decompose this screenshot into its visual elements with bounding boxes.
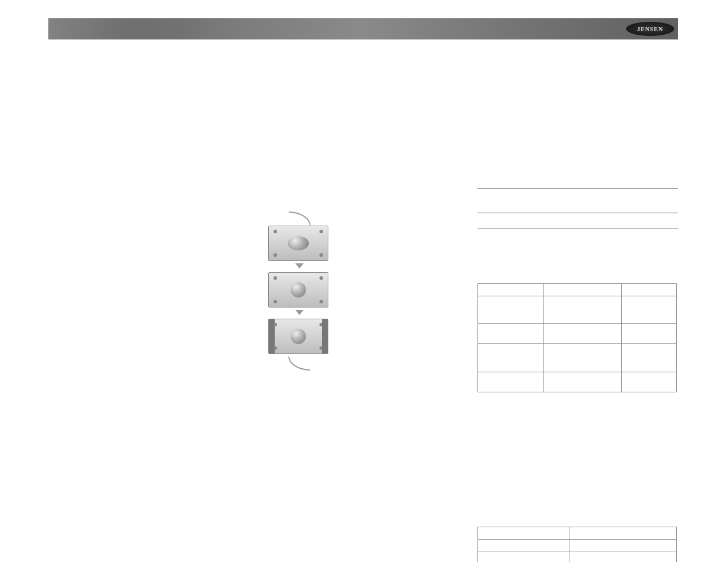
- paragraph-tilt: Una característica conocida de los panel…: [48, 372, 249, 407]
- paragraph-tft-closed: Cuando el monitor TFT está cerrado la un…: [48, 295, 249, 356]
- aspect-mid-screen-icon: [268, 272, 328, 308]
- heading-parameters: Parámetros de Ajuste: [477, 496, 678, 505]
- eject-icon: ⏏: [134, 110, 140, 116]
- list-auto-off: • "Off" (Apagado): El TFT vuelve a la po…: [55, 241, 249, 259]
- table-row: Abrir Automáticamente el TFTOn, Off, Man…: [478, 551, 677, 562]
- paragraph-source-1: Presione el botón SRC (4) en el panel fr…: [262, 510, 463, 537]
- double-chevron-up-icon: ︽: [365, 84, 371, 91]
- heading-aspect: Relación de Aspecto: [262, 180, 463, 189]
- table-header-row: Obstrucción Protección Reanudar: [478, 284, 677, 296]
- heading-tilt: Ángulo de Inclinación del Monitor: [48, 362, 249, 371]
- paragraph-enter-pic: Para entrar al modo de control de imagen…: [477, 82, 678, 108]
- paragraph-close: Presione el botón OPEN ( ) (29) nuevamen…: [48, 139, 249, 166]
- callout-default-value: El valor predeterminado de fábrica para …: [477, 213, 678, 229]
- callout-timeout: Las opciones se visualizan durante seis …: [477, 188, 678, 213]
- paragraph-pos-step2: 2. El monitor se moverá paso a paso, hor…: [262, 108, 463, 125]
- subheading-freeze: Congelamiento Debido a Baja Temperatura: [477, 428, 678, 437]
- paragraph-pos-intro: El monitor se puede mover horizontalment…: [262, 66, 463, 84]
- page-banner: VM9214 JENSEN: [48, 18, 678, 39]
- aspect-normal-screen-icon: [268, 319, 328, 354]
- subheading-choose: Selección de una Opción de Imagen para A…: [477, 114, 678, 123]
- paragraph-auto-open: En la opción "TFT AUTO OPEN (APERTURA AU…: [48, 181, 249, 216]
- paragraph-choose: Presione los botones o (28) para selecci…: [477, 124, 678, 141]
- aspect-full-screen-icon: [268, 226, 328, 261]
- brand-logo-text: JENSEN: [637, 26, 663, 32]
- heading-picture-settings: Configuración de Imagen: [477, 72, 678, 81]
- table-header-row: Parámetros Ajustables Rango Ajustable: [478, 527, 677, 540]
- heading-auto-open: Abrir Automáticamente el TFT: [48, 171, 249, 180]
- list-auto-on: • "On" (Encendido): El TFT se abre autom…: [55, 220, 249, 238]
- page: VM9214 JENSEN UTILIZACIÓN DEL MONITOR TF…: [0, 0, 728, 562]
- subheading-tilt-cont: Ajuste Continuo de la Inclinación: [48, 454, 249, 462]
- subheading-open: Abrir el Monitor TFT: [48, 87, 249, 95]
- heading-mechanism: Mecanismo de Movimiento del Monitor: [477, 235, 678, 244]
- arrow-down-icon: [295, 263, 304, 269]
- mechanism-table: Obstrucción Protección Reanudar Monitor …: [477, 283, 677, 392]
- double-chevron-down-icon: ︾: [127, 435, 133, 442]
- brand-logo-badge: JENSEN: [626, 22, 674, 36]
- table-row: Monitor descargándose horizontalmenteEl …: [478, 296, 677, 324]
- paragraph-mechanism-resume: Luego de aplicar la medida de protección…: [477, 396, 678, 422]
- aspect-normal-heading: NORMAL: [339, 261, 460, 270]
- paragraph-mechanism: Si una obstrucción se interpone en el tr…: [477, 245, 678, 280]
- banner-highlight: [48, 18, 178, 39]
- subheading-close: Cerrar el Monitor TFT: [48, 129, 249, 138]
- note-horizontal-position: NOTA: Si el monitor está en una posición…: [279, 131, 463, 174]
- aspect-illustration: Presione nuevamente ⏏: [268, 211, 331, 376]
- column-3: Configuración de Imagen Para entrar al m…: [477, 66, 678, 562]
- aspect-full-heading: FULL: [339, 207, 460, 216]
- paragraph-adjust: Una vez que se visualice la opción desea…: [477, 157, 678, 184]
- paragraph-tilt-cont: Presione y mantenga presionado los boton…: [48, 464, 249, 498]
- paragraph-open: Presione el botón OPEN ( ) (29) en el pa…: [48, 97, 249, 123]
- heading-open-close: Abrir/Cerrar Monitor TFT: [48, 72, 249, 81]
- subheading-adjust: Ajuste de una Opción de Imagen: [477, 147, 678, 156]
- paragraph-tilt-step: Presione los botones / (29) (o presione …: [48, 423, 249, 449]
- aspect-normal-paragraph: Se muestra en toda la pantalla una image…: [339, 271, 460, 315]
- swirl-top-icon: [288, 211, 311, 226]
- table-row: Entrada de video traseraNormal, Camera: [478, 539, 677, 551]
- column-2: El monitor se puede mover horizontalment…: [262, 66, 463, 562]
- double-chevron-up-icon: ︽: [115, 435, 121, 442]
- eject-icon: ⏏: [134, 152, 140, 158]
- aspect-full-paragraph: Se extiende la pantalla completa a una r…: [339, 217, 460, 244]
- heading-tft-closed: Control con el TFT Cerrado: [48, 286, 249, 295]
- parameters-table: Parámetros Ajustables Rango Ajustable En…: [477, 527, 677, 562]
- double-chevron-down-icon: ︾: [383, 84, 389, 91]
- section-title: UTILIZACIÓN DEL MONITOR TFT: [48, 46, 260, 61]
- swirl-bottom-icon: [288, 356, 311, 371]
- paragraph-pos-step1: 1. Presione y mantenga presionado el bot…: [262, 87, 463, 105]
- arrow-down-icon: [295, 310, 304, 315]
- paragraph-parameters: Los parámetros de ajuste de audio y vide…: [477, 506, 678, 524]
- aspect-standby-heading: STANDBY: [339, 320, 460, 329]
- subheading-tilt-step: Ajuste Gradual de la Inclinación: [48, 414, 249, 422]
- table-row: Monitor cargándose horizontalmenteEl mon…: [478, 324, 677, 344]
- heading-source: Fuente de Reproducción: [262, 500, 463, 509]
- table-row: Monitor extendiéndose verticalmenteEl mo…: [478, 344, 677, 372]
- paragraph-freeze: En caso de que ocurra un congelamiento d…: [477, 438, 678, 490]
- aspect-standby-paragraph: La pantalla se vuelve negra. Toque la pa…: [339, 330, 460, 357]
- table-row: Monitor retrayéndose verticalmenteEl mon…: [478, 372, 677, 392]
- list-auto-manual: • "Manual": El TFT debe abrirse manualme…: [55, 262, 249, 280]
- column-1: Abrir/Cerrar Monitor TFT Abrir el Monito…: [48, 66, 249, 502]
- page-number: 56: [360, 544, 367, 551]
